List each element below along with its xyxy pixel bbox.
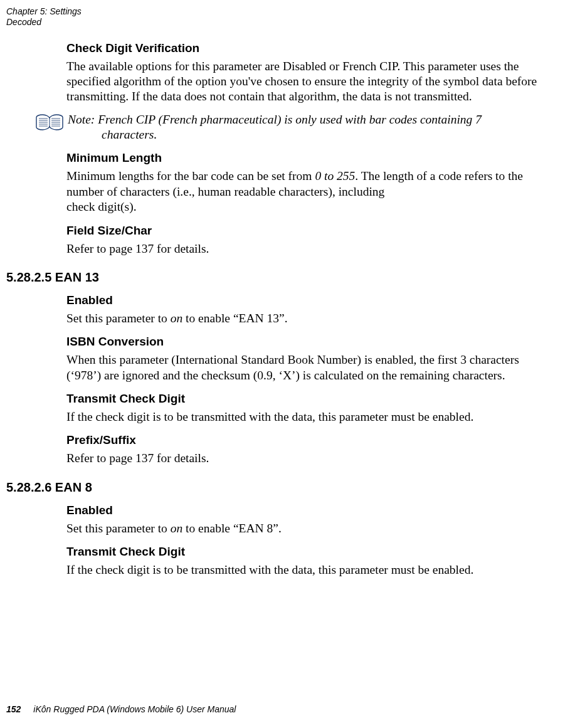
open-book-icon bbox=[35, 113, 64, 131]
note-body-line2: characters. bbox=[102, 127, 482, 142]
heading-prefix-suffix: Prefix/Suffix bbox=[66, 433, 556, 447]
heading-ean8-transmit: Transmit Check Digit bbox=[66, 545, 556, 559]
note-label: Note: bbox=[68, 113, 95, 126]
ean8-enabled-pre: Set this parameter to bbox=[66, 522, 171, 535]
heading-minimum-length: Minimum Length bbox=[66, 151, 556, 165]
para-ean8-transmit: If the check digit is to be transmitted … bbox=[66, 562, 556, 578]
minlen-last: check digit(s). bbox=[66, 200, 137, 213]
running-header-line1: Chapter 5: Settings bbox=[6, 6, 562, 17]
heading-ean13-transmit: Transmit Check Digit bbox=[66, 392, 556, 406]
ean13-enabled-em: on bbox=[171, 312, 183, 325]
para-field-size-char: Refer to page 137 for details. bbox=[66, 241, 556, 256]
heading-check-digit-verification: Check Digit Verification bbox=[66, 41, 556, 55]
para-check-digit-verification: The available options for this parameter… bbox=[66, 59, 556, 105]
heading-isbn-conversion: ISBN Conversion bbox=[66, 335, 556, 349]
ean8-enabled-post: to enable “EAN 8”. bbox=[182, 522, 282, 535]
note-block: Note: French CIP (French pharmaceutical)… bbox=[35, 112, 556, 143]
ean13-enabled-pre: Set this parameter to bbox=[66, 312, 171, 325]
page-content: Check Digit Verification The available o… bbox=[66, 41, 556, 578]
ean13-enabled-post: to enable “EAN 13”. bbox=[182, 312, 287, 325]
note-text: Note: French CIP (French pharmaceutical)… bbox=[68, 112, 482, 143]
para-minimum-length: Minimum lengths for the bar code can be … bbox=[66, 169, 556, 214]
note-body-line1: French CIP (French pharmaceutical) is on… bbox=[98, 113, 482, 126]
heading-ean8-enabled: Enabled bbox=[66, 504, 556, 517]
running-header-line2: Decoded bbox=[6, 17, 562, 28]
minlen-range: 0 to 255 bbox=[315, 169, 355, 182]
heading-ean8: 5.28.2.6 EAN 8 bbox=[6, 480, 556, 495]
heading-ean13-enabled: Enabled bbox=[66, 293, 556, 307]
ean8-enabled-em: on bbox=[171, 522, 183, 535]
para-ean13-enabled: Set this parameter to on to enable “EAN … bbox=[66, 311, 556, 326]
para-prefix-suffix: Refer to page 137 for details. bbox=[66, 451, 556, 466]
heading-ean13: 5.28.2.5 EAN 13 bbox=[6, 270, 556, 285]
minlen-pre: Minimum lengths for the bar code can be … bbox=[66, 169, 315, 182]
para-ean8-enabled: Set this parameter to on to enable “EAN … bbox=[66, 521, 556, 536]
page-number: 152 bbox=[6, 704, 21, 714]
footer-title: iKôn Rugged PDA (Windows Mobile 6) User … bbox=[33, 704, 236, 714]
para-ean13-transmit: If the check digit is to be transmitted … bbox=[66, 409, 556, 425]
para-isbn-conversion: When this parameter (International Stand… bbox=[66, 352, 556, 383]
page-footer: 152iKôn Rugged PDA (Windows Mobile 6) Us… bbox=[6, 704, 236, 714]
heading-field-size-char: Field Size/Char bbox=[66, 224, 556, 238]
